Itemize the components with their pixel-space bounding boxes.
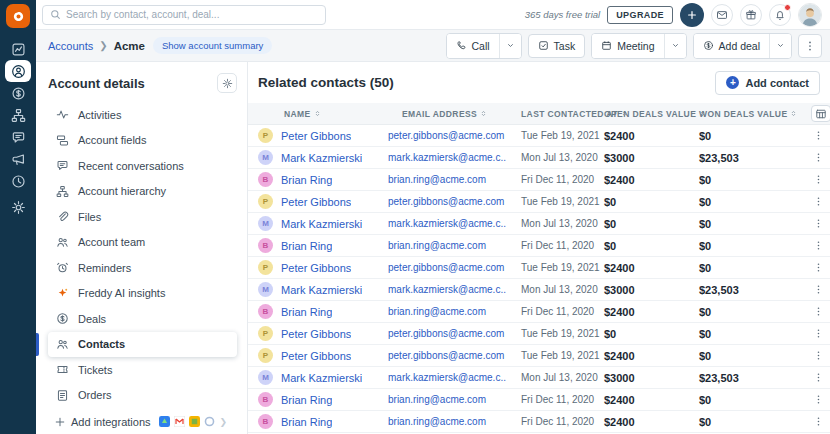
rail-item-contacts[interactable] bbox=[5, 60, 31, 82]
rail-item-conversations[interactable] bbox=[5, 126, 31, 148]
table-row[interactable]: PPeter Gibbonspeter.gibbons@acme.comTue … bbox=[248, 191, 830, 213]
contact-name-link[interactable]: Brian Ring bbox=[281, 416, 332, 428]
contact-name-link[interactable]: Brian Ring bbox=[281, 394, 332, 406]
meeting-dropdown-button[interactable] bbox=[664, 34, 686, 58]
panel-item-recent-conversations[interactable]: Recent conversations bbox=[48, 153, 237, 179]
add-integrations[interactable]: Add integrations ❯ bbox=[48, 409, 237, 434]
quick-add-button[interactable] bbox=[680, 3, 704, 27]
upgrade-button[interactable]: UPGRADE bbox=[607, 6, 673, 24]
row-menu-button[interactable] bbox=[813, 262, 824, 273]
user-avatar[interactable] bbox=[798, 3, 822, 27]
table-row[interactable]: PPeter Gibbonspeter.gibbons@acme.comTue … bbox=[248, 323, 830, 345]
row-menu-button[interactable] bbox=[813, 152, 824, 163]
panel-item-tickets[interactable]: Tickets bbox=[48, 357, 237, 383]
table-row[interactable]: MMark Kazmierskimark.kazmiersk@acme.c..M… bbox=[248, 279, 830, 301]
panel-item-deals[interactable]: Deals bbox=[48, 306, 237, 332]
search-input[interactable] bbox=[66, 9, 318, 20]
table-row[interactable]: PPeter Gibbonspeter.gibbons@acme.comTue … bbox=[248, 257, 830, 279]
panel-item-files[interactable]: Files bbox=[48, 204, 237, 230]
contact-email-link[interactable]: brian.ring@acme.com bbox=[388, 240, 521, 251]
rail-item-accounts[interactable] bbox=[5, 104, 31, 126]
add-deal-dropdown-button[interactable] bbox=[769, 34, 791, 58]
row-menu-button[interactable] bbox=[813, 306, 824, 317]
contact-email-link[interactable]: brian.ring@acme.com bbox=[388, 174, 521, 185]
rail-item-campaigns[interactable] bbox=[5, 148, 31, 170]
breadcrumb-accounts-link[interactable]: Accounts bbox=[48, 40, 93, 52]
contact-name-link[interactable]: Mark Kazmierski bbox=[281, 218, 362, 230]
row-menu-button[interactable] bbox=[813, 240, 824, 251]
whats-new-button[interactable] bbox=[740, 4, 762, 26]
contact-email-link[interactable]: brian.ring@acme.com bbox=[388, 306, 521, 317]
notifications-button[interactable] bbox=[769, 4, 791, 26]
call-dropdown-button[interactable] bbox=[499, 34, 521, 58]
emails-button[interactable] bbox=[711, 4, 733, 26]
contact-email-link[interactable]: peter.gibbons@acme.com bbox=[388, 328, 521, 339]
row-menu-button[interactable] bbox=[813, 416, 824, 427]
sort-icon[interactable] bbox=[314, 110, 321, 117]
panel-settings-button[interactable] bbox=[217, 73, 237, 93]
row-menu-button[interactable] bbox=[813, 196, 824, 207]
add-contact-button[interactable]: + Add contact bbox=[715, 71, 820, 95]
panel-item-orders[interactable]: Orders bbox=[48, 383, 237, 409]
contact-email-link[interactable]: peter.gibbons@acme.com bbox=[388, 130, 521, 141]
column-header-name[interactable]: Name bbox=[258, 109, 388, 119]
rail-item-settings[interactable] bbox=[5, 196, 31, 218]
table-row[interactable]: BBrian Ringbrian.ring@acme.comFri Dec 11… bbox=[248, 411, 830, 433]
table-row[interactable]: MMark Kazmierskimark.kazmiersk@acme.c..M… bbox=[248, 367, 830, 389]
contact-name-link[interactable]: Mark Kazmierski bbox=[281, 152, 362, 164]
table-row[interactable]: BBrian Ringbrian.ring@acme.comFri Dec 11… bbox=[248, 301, 830, 323]
panel-item-account-fields[interactable]: Account fields bbox=[48, 128, 237, 154]
table-row[interactable]: BBrian Ringbrian.ring@acme.comFri Dec 11… bbox=[248, 389, 830, 411]
more-actions-button[interactable] bbox=[798, 34, 822, 58]
contact-name-link[interactable]: Mark Kazmierski bbox=[281, 284, 362, 296]
call-button[interactable]: Call bbox=[447, 34, 499, 58]
contact-email-link[interactable]: mark.kazmiersk@acme.c.. bbox=[388, 372, 521, 383]
panel-item-account-team[interactable]: Account team bbox=[48, 230, 237, 256]
contact-name-link[interactable]: Brian Ring bbox=[281, 240, 332, 252]
contact-name-link[interactable]: Brian Ring bbox=[281, 306, 332, 318]
contact-name-link[interactable]: Peter Gibbons bbox=[281, 130, 351, 142]
table-row[interactable]: PPeter Gibbonspeter.gibbons@acme.comTue … bbox=[248, 345, 830, 367]
row-menu-button[interactable] bbox=[813, 284, 824, 295]
contact-email-link[interactable]: peter.gibbons@acme.com bbox=[388, 350, 521, 361]
contact-name-link[interactable]: Peter Gibbons bbox=[281, 328, 351, 340]
panel-item-freddy-ai-insights[interactable]: Freddy AI insights bbox=[48, 281, 237, 307]
contact-email-link[interactable]: peter.gibbons@acme.com bbox=[388, 196, 521, 207]
show-account-summary-pill[interactable]: Show account summary bbox=[153, 37, 272, 54]
rail-item-analytics[interactable] bbox=[5, 170, 31, 192]
panel-item-contacts[interactable]: Contacts bbox=[48, 332, 237, 358]
table-row[interactable]: MMark Kazmierskimark.kazmiersk@acme.c..M… bbox=[248, 147, 830, 169]
add-deal-button[interactable]: Add deal bbox=[694, 34, 769, 58]
sort-icon[interactable] bbox=[790, 110, 797, 117]
contact-email-link[interactable]: brian.ring@acme.com bbox=[388, 416, 521, 427]
rail-item-dashboard[interactable] bbox=[5, 38, 31, 60]
table-row[interactable]: BBrian Ringbrian.ring@acme.comFri Dec 11… bbox=[248, 235, 830, 257]
contact-email-link[interactable]: mark.kazmiersk@acme.c.. bbox=[388, 152, 521, 163]
contact-email-link[interactable]: brian.ring@acme.com bbox=[388, 394, 521, 405]
column-header-open-deals-value[interactable]: Open deals value bbox=[604, 109, 699, 119]
panel-item-activities[interactable]: Activities bbox=[48, 102, 237, 128]
table-row[interactable]: MMark Kazmierskimark.kazmiersk@acme.c..M… bbox=[248, 213, 830, 235]
row-menu-button[interactable] bbox=[813, 130, 824, 141]
row-menu-button[interactable] bbox=[813, 174, 824, 185]
contact-email-link[interactable]: mark.kazmiersk@acme.c.. bbox=[388, 284, 521, 295]
contact-name-link[interactable]: Peter Gibbons bbox=[281, 350, 351, 362]
freshworks-logo-icon[interactable] bbox=[6, 4, 30, 28]
column-picker-button[interactable] bbox=[811, 105, 830, 122]
row-menu-button[interactable] bbox=[813, 328, 824, 339]
contact-name-link[interactable]: Peter Gibbons bbox=[281, 262, 351, 274]
contact-name-link[interactable]: Mark Kazmierski bbox=[281, 372, 362, 384]
row-menu-button[interactable] bbox=[813, 394, 824, 405]
contact-email-link[interactable]: mark.kazmiersk@acme.c.. bbox=[388, 218, 521, 229]
column-header-won-deals-value[interactable]: Won deals value bbox=[699, 109, 797, 119]
row-menu-button[interactable] bbox=[813, 350, 824, 361]
panel-item-account-hierarchy[interactable]: Account hierarchy bbox=[48, 179, 237, 205]
meeting-button[interactable]: Meeting bbox=[592, 34, 663, 58]
row-menu-button[interactable] bbox=[813, 218, 824, 229]
table-row[interactable]: PPeter Gibbonspeter.gibbons@acme.comTue … bbox=[248, 125, 830, 147]
contact-name-link[interactable]: Peter Gibbons bbox=[281, 196, 351, 208]
column-header-last-contacted-at[interactable]: Last contacted at bbox=[521, 109, 604, 119]
task-button[interactable]: Task bbox=[528, 34, 586, 58]
rail-item-deals[interactable] bbox=[5, 82, 31, 104]
column-header-email-address[interactable]: Email address bbox=[388, 109, 521, 119]
